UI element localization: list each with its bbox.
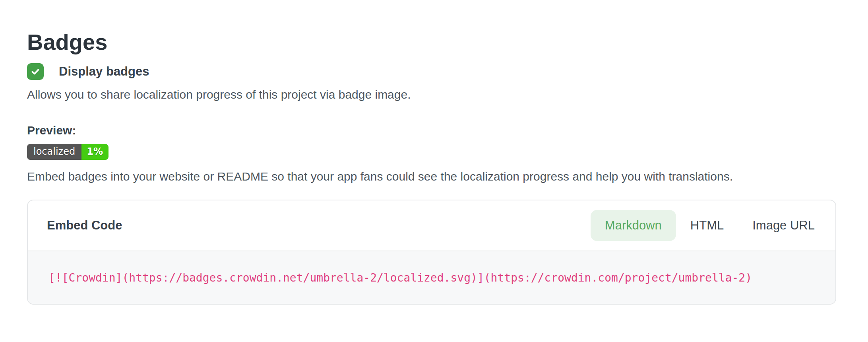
checkmark-icon xyxy=(30,66,41,77)
tab-image-url[interactable]: Image URL xyxy=(738,210,829,241)
embed-code-title: Embed Code xyxy=(47,218,122,233)
badge-preview-value: 1% xyxy=(81,144,108,160)
display-badges-row: Display badges xyxy=(27,63,868,80)
embed-code-card-header: Embed Code Markdown HTML Image URL xyxy=(28,200,835,251)
embed-code-body: [![Crowdin](https://badges.crowdin.net/u… xyxy=(28,251,835,304)
display-badges-checkbox[interactable] xyxy=(27,63,44,80)
display-badges-label[interactable]: Display badges xyxy=(59,64,149,79)
badge-preview: localized 1% xyxy=(27,144,108,160)
embed-code-card: Embed Code Markdown HTML Image URL [![Cr… xyxy=(27,200,836,305)
embed-description: Embed badges into your website or README… xyxy=(27,169,868,185)
page-title: Badges xyxy=(27,30,868,54)
badge-preview-label: localized xyxy=(27,144,81,160)
preview-label: Preview: xyxy=(27,122,868,138)
tab-html[interactable]: HTML xyxy=(676,210,738,241)
badges-settings-page: Badges Display badges Allows you to shar… xyxy=(0,0,868,305)
embed-code-snippet[interactable]: [![Crowdin](https://badges.crowdin.net/u… xyxy=(48,271,752,284)
badges-description: Allows you to share localization progres… xyxy=(27,87,868,103)
tab-markdown[interactable]: Markdown xyxy=(591,210,676,241)
embed-format-tabs: Markdown HTML Image URL xyxy=(591,210,829,241)
